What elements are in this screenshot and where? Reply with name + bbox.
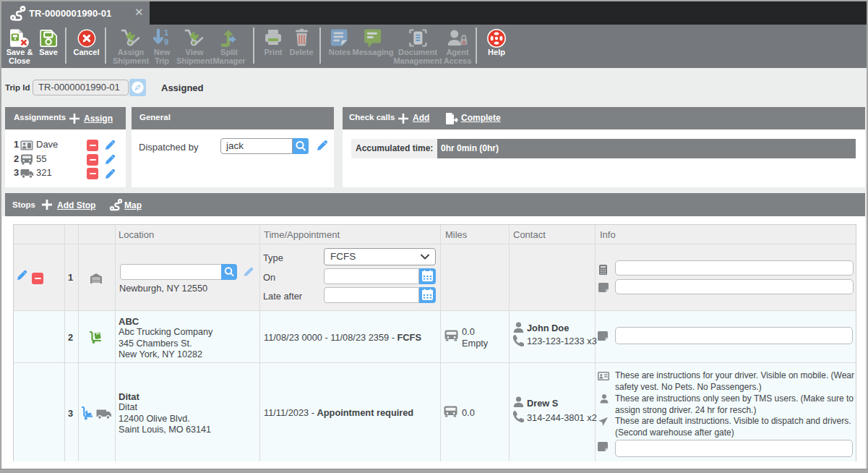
svg-text:9: 9 bbox=[164, 38, 168, 46]
svg-text:1: 1 bbox=[164, 28, 168, 37]
